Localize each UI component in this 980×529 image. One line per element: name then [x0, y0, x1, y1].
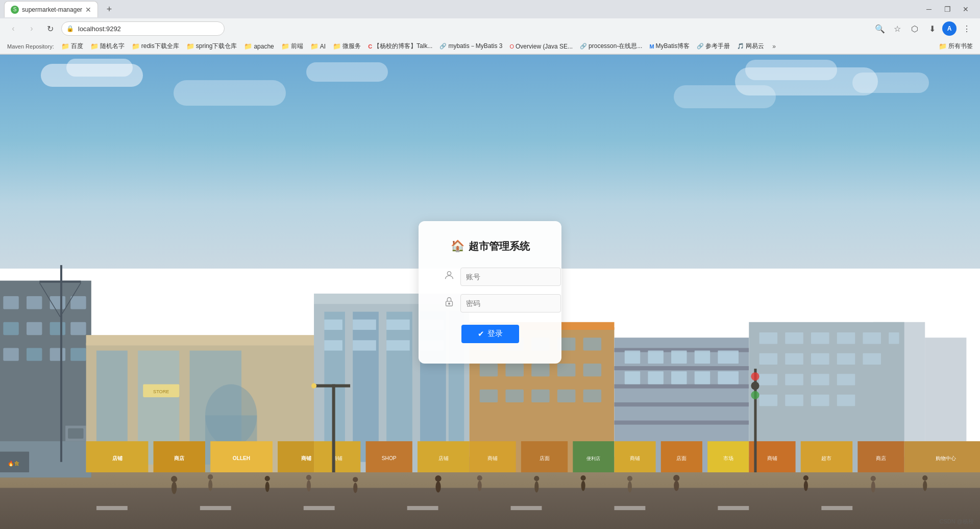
password-input[interactable] — [460, 294, 561, 312]
address-bar-row: ‹ › ↻ 🔒 🔍 ☆ ⬡ ⬇ A ⋮ — [0, 18, 980, 39]
bookmark-folder-icon: 📁 — [310, 42, 318, 50]
user-icon — [443, 270, 455, 283]
password-row — [443, 294, 537, 312]
tab-close-button[interactable]: ✕ — [85, 6, 91, 14]
login-title-icon: 🏠 — [451, 239, 464, 253]
toolbar-right: 🔍 ☆ ⬡ ⬇ A ⋮ — [873, 21, 974, 36]
extensions-button[interactable]: ⬡ — [908, 21, 922, 36]
bookmarks-more-button[interactable]: » — [769, 42, 779, 51]
svg-point-182 — [447, 272, 451, 275]
tab-favicon: S — [11, 6, 19, 14]
new-tab-button[interactable]: + — [102, 2, 116, 16]
download-button[interactable]: ⬇ — [925, 21, 939, 36]
profile-button[interactable]: A — [942, 21, 957, 36]
login-title-text: 超市管理系统 — [469, 239, 530, 253]
bookmark-label: redis下载全库 — [141, 42, 179, 51]
window-controls: ─ ❐ ✕ — [923, 3, 976, 15]
login-overlay: 🏠 超市管理系统 — [0, 55, 980, 529]
login-check-icon: ✔ — [478, 329, 484, 339]
bookmark-label: processon-在线思... — [589, 42, 642, 51]
back-button[interactable]: ‹ — [6, 21, 20, 36]
bookmark-link-icon: 🔗 — [439, 43, 447, 50]
bookmark-netease-icon: 🎵 — [737, 43, 744, 50]
login-card: 🏠 超市管理系统 — [419, 221, 561, 364]
bookmark-spring[interactable]: 📁 spring下载仓库 — [183, 41, 240, 52]
address-wrapper: 🔒 — [61, 21, 225, 36]
bookmark-label: MyBatis博客 — [656, 42, 690, 51]
bookmark-label: mybatis－MyBatis 3 — [448, 42, 502, 51]
bookmark-csdn-icon: C — [368, 43, 372, 50]
bookmark-mybatis[interactable]: 🔗 mybatis－MyBatis 3 — [436, 41, 505, 52]
bookmark-folder-icon: 📁 — [90, 42, 99, 50]
tab-title: supermarket-manager — [22, 6, 82, 13]
title-bar: S supermarket-manager ✕ + ─ ❐ ✕ — [0, 0, 980, 18]
bookmark-microservice[interactable]: 📁 微服务 — [330, 41, 364, 52]
username-input[interactable] — [460, 268, 561, 286]
bookmark-mybatisblog-icon: M — [649, 43, 654, 50]
bookmarks-bar: Maven Repository: 📁 百度 📁 随机名字 📁 redis下载全… — [0, 39, 980, 54]
close-button[interactable]: ✕ — [960, 3, 972, 15]
minimize-button[interactable]: ─ — [923, 3, 935, 15]
forward-button[interactable]: › — [24, 21, 39, 36]
bookmark-button[interactable]: ☆ — [890, 21, 904, 36]
address-input[interactable] — [61, 21, 225, 36]
bookmark-netease[interactable]: 🎵 网易云 — [734, 41, 767, 52]
lock-icon: 🔒 — [66, 25, 74, 32]
bookmark-apache[interactable]: 📁 apache — [241, 41, 277, 51]
bookmark-label: 【杨校的博客】Talk... — [374, 42, 432, 51]
username-row — [443, 268, 537, 286]
bookmark-folder-icon: 📁 — [61, 42, 69, 50]
bookmark-link-icon: 🔗 — [580, 43, 587, 50]
search-button[interactable]: 🔍 — [873, 21, 887, 36]
bookmark-label: AI — [320, 43, 326, 50]
bookmark-label: spring下载仓库 — [196, 42, 237, 51]
watermark: CSDN @杨校 — [940, 518, 974, 525]
bookmark-label: apache — [254, 43, 274, 50]
bookmark-folder-icon: 📁 — [244, 42, 252, 50]
bookmark-label: 前端 — [291, 42, 303, 51]
bookmark-label: 参考手册 — [705, 42, 730, 51]
bookmark-mybatisblog[interactable]: M MyBatis博客 — [646, 41, 693, 52]
login-button[interactable]: ✔ 登录 — [461, 325, 519, 343]
browser-chrome: S supermarket-manager ✕ + ─ ❐ ✕ ‹ › ↻ 🔒 … — [0, 0, 980, 55]
bookmark-csdn[interactable]: C 【杨校的博客】Talk... — [365, 41, 435, 52]
bookmark-folder-icon: 📁 — [132, 42, 140, 50]
bookmark-label: 所有书签 — [948, 42, 973, 51]
bookmark-frontend[interactable]: 📁 前端 — [278, 41, 306, 52]
bookmark-label: Overview (Java SE... — [516, 43, 573, 50]
menu-button[interactable]: ⋮ — [960, 21, 974, 36]
bookmark-label: 百度 — [71, 42, 83, 51]
bookmark-folder-icon: 📁 — [186, 42, 194, 50]
bookmark-overview-icon: O — [509, 43, 514, 50]
refresh-button[interactable]: ↻ — [43, 21, 57, 36]
restore-button[interactable]: ❐ — [941, 3, 953, 15]
bookmark-label: 随机名字 — [100, 42, 125, 51]
bookmark-overview[interactable]: O Overview (Java SE... — [506, 42, 576, 51]
bookmark-baidu[interactable]: 📁 百度 — [58, 41, 86, 52]
bookmark-redis[interactable]: 📁 redis下载全库 — [129, 41, 182, 52]
bookmark-folder-icon: 📁 — [281, 42, 289, 50]
bookmark-label: 微服务 — [342, 42, 361, 51]
login-btn-row: ✔ 登录 — [443, 325, 537, 343]
login-title: 🏠 超市管理系统 — [443, 239, 537, 253]
bookmark-ai[interactable]: 📁 AI — [307, 41, 329, 51]
lock-icon — [443, 296, 455, 310]
bookmark-reference[interactable]: 🔗 参考手册 — [694, 41, 733, 52]
login-button-label: 登录 — [487, 329, 503, 339]
svg-point-184 — [449, 303, 450, 304]
bookmark-folder-icon: 📁 — [333, 42, 341, 50]
bookmark-processon[interactable]: 🔗 processon-在线思... — [577, 41, 645, 52]
bookmark-all[interactable]: 📁 所有书签 — [936, 41, 976, 52]
bookmark-link-icon: 🔗 — [697, 43, 704, 50]
browser-tab[interactable]: S supermarket-manager ✕ — [4, 1, 98, 17]
bookmark-random[interactable]: 📁 随机名字 — [87, 41, 128, 52]
page-content: 🔥食 STORE 店铺 商店 OLLEH 商铺 — [0, 55, 980, 529]
bookmark-folder-icon: 📁 — [939, 42, 947, 50]
bookmark-label: 网易云 — [746, 42, 764, 51]
watermark-text: CSDN @杨校 — [940, 518, 974, 524]
bookmark-maven[interactable]: Maven Repository: — [4, 42, 57, 51]
